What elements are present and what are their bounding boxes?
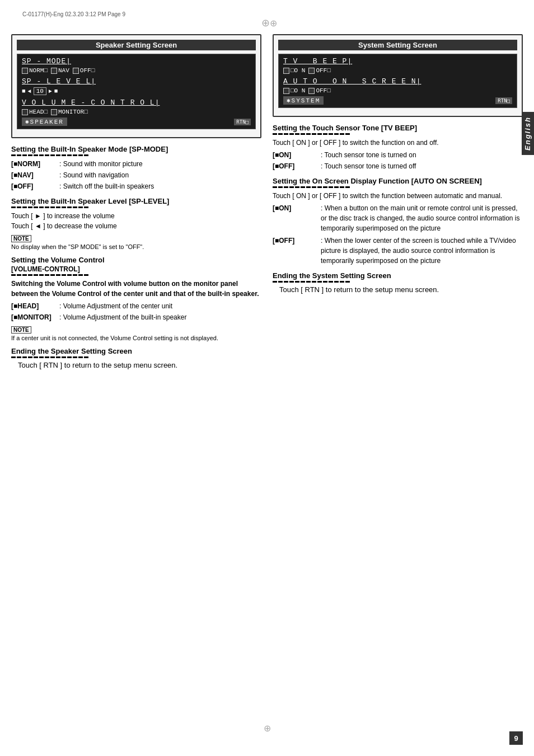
vol-head-option: HEAD□ (22, 109, 48, 115)
volume-control-heading: Setting the Volume Control (11, 256, 261, 264)
tv-off-item: [■OFF] : Touch sensor tone is turned off (273, 161, 523, 171)
ending-system-section: Ending the System Setting Screen Touch [… (273, 271, 523, 294)
auto-on-on-val: : When a button on the main unit or remo… (321, 203, 523, 233)
ending-speaker-dashes (11, 356, 261, 359)
sp-mode-nav-key: [■NAV] (11, 170, 56, 180)
auto-on-off-item: [■OFF] : When the lower center of the sc… (273, 236, 523, 266)
page-number: 9 (509, 731, 523, 745)
volume-control-dashes (11, 274, 261, 276)
level-arrow-left: ◄ (28, 88, 31, 95)
sp-mode-norm-val: : Sound with monitor picture (59, 159, 143, 169)
auto-on-screen-section: Setting the On Screen Display Function [… (273, 177, 523, 266)
sp-nav-option: NAV (51, 67, 69, 74)
system-screen-display: T V B E E P| □O N OFF□ A U T O O N S C R… (278, 54, 517, 108)
sp-level-heading: Setting the Built-In Speaker Level [SP-L… (11, 197, 261, 205)
sp-norm-option: NORM□ (22, 67, 48, 74)
crosshair-bottom: ⊕ (264, 723, 271, 734)
tv-on-val: : Touch sensor tone is turned on (321, 150, 416, 160)
speaker-section-title: Speaker Setting Screen (17, 40, 256, 50)
sp-mode-heading: Setting the Built-In Speaker Mode [SP-MO… (11, 145, 261, 153)
vol-monitor-checkbox (51, 109, 57, 115)
auto-on-options: □O N OFF□ (283, 87, 512, 94)
sp-off-option: OFF□ (73, 67, 95, 74)
vol-monitor-item: [■MONITOR] : Volume Adjustment of the bu… (11, 312, 261, 322)
sp-mode-nav-val: : Sound with navigation (59, 170, 129, 180)
sp-mode-norm-key: [■NORM] (11, 159, 56, 169)
tv-beep-dashes (273, 133, 523, 135)
vol-head-val: : Volume Adjustment of the center unit (59, 301, 172, 311)
tv-beep-body: Touch [ ON ] or [ OFF ] to switch the fu… (273, 138, 523, 171)
auto-off-checkbox (308, 88, 315, 94)
sp-level-label: SP - L E V E L| (22, 77, 251, 86)
auto-on-on-key: [■ON] (273, 203, 317, 213)
ending-system-body: Touch [ RTN ] to return to the setup men… (273, 285, 523, 294)
tv-on-option: □O N (283, 67, 305, 74)
auto-on-screen-label: A U T O O N S C R E E N| (283, 77, 512, 86)
ending-system-dashes (273, 281, 523, 283)
vol-note-text: If a center unit is not connected, the V… (11, 335, 261, 341)
sp-nav-checkbox (51, 68, 57, 74)
tv-on-item: [■ON] : Touch sensor tone is turned on (273, 150, 523, 160)
note-label-sp: NOTE (11, 235, 31, 242)
page-container: C-01177(H)-Eng 02.3.20 3:12 PM Page 9 ⊕ … (0, 0, 534, 756)
speaker-screen-display: SP - MODE| NORM□ NAV OFF□ SP - L E V (17, 54, 256, 129)
sp-norm-checkbox (22, 68, 28, 74)
auto-on-off-val: : When the lower center of the screen is… (321, 236, 523, 266)
sp-level-note-text: No display when the "SP MODE" is set to … (11, 243, 261, 250)
volume-control-section: Setting the Volume Control [VOLUME-CONTR… (11, 256, 261, 341)
auto-on-checkbox (283, 88, 289, 94)
sp-mode-section: Setting the Built-In Speaker Mode [SP-MO… (11, 145, 261, 191)
tv-beep-section: Setting the Touch Sensor Tone [TV BEEP] … (273, 124, 523, 171)
sp-mode-off-key: [■OFF] (11, 181, 56, 191)
auto-on-on-item: [■ON] : When a button on the main unit o… (273, 203, 523, 233)
sp-mode-norm-item: [■NORM] : Sound with monitor picture (11, 159, 261, 169)
tv-off-checkbox (308, 68, 315, 74)
note-label-vol: NOTE (11, 326, 31, 334)
system-rtn-btn[interactable]: RTN□ (495, 97, 512, 104)
vol-monitor-option: MONITOR□ (51, 109, 88, 115)
sp-level-body: Touch [ ► ] to increase the volume Touch… (11, 211, 261, 231)
system-section-title: System Setting Screen (278, 40, 517, 50)
ending-system-heading: Ending the System Setting Screen (273, 271, 523, 280)
tv-on-checkbox (283, 68, 289, 74)
vol-head-checkbox (22, 109, 28, 115)
sp-mode-nav-item: [■NAV] : Sound with navigation (11, 170, 261, 180)
auto-on-on-option: □O N (283, 87, 305, 94)
tv-off-val: : Touch sensor tone is turned off (321, 161, 416, 171)
volume-control-bold: Switching the Volume Control with volume… (11, 279, 261, 299)
tv-off-option: OFF□ (308, 67, 330, 74)
level-value: 10 (34, 87, 46, 95)
speaker-rtn-btn[interactable]: RTN□ (234, 119, 251, 125)
sp-mode-body: [■NORM] : Sound with monitor picture [■N… (11, 159, 261, 191)
auto-on-off-key: [■OFF] (273, 236, 317, 246)
speaker-setting-screen-box: Speaker Setting Screen SP - MODE| NORM□ … (11, 34, 261, 138)
tv-on-key: [■ON] (273, 150, 317, 160)
sp-off-checkbox (73, 68, 79, 74)
crosshair-top: ⊕ (261, 17, 273, 28)
sp-mode-options: NORM□ NAV OFF□ (22, 67, 251, 74)
system-setting-screen-box: System Setting Screen T V B E E P| □O N … (273, 34, 523, 117)
volume-control-label: V O L U M E - C O N T R O L| (22, 98, 251, 107)
vol-head-item: [■HEAD] : Volume Adjustment of the cente… (11, 301, 261, 311)
auto-on-dashes (273, 186, 523, 189)
system-bottom-label: ✱SYSTEM (283, 96, 324, 105)
speaker-screen-bottom: ✱SPEAKER RTN□ (22, 118, 251, 126)
vertical-english-label: English (522, 112, 534, 155)
volume-control-body: [■HEAD] : Volume Adjustment of the cente… (11, 301, 261, 322)
auto-on-intro: Touch [ ON ] or [ OFF ] to switch the fu… (273, 191, 523, 201)
ending-speaker-heading: Ending the Speaker Setting Screen (11, 347, 261, 355)
sp-mode-off-item: [■OFF] : Switch off the built-in speaker… (11, 181, 261, 191)
sp-mode-label: SP - MODE| (22, 57, 251, 65)
vol-note-box: NOTE If a center unit is not connected, … (11, 325, 261, 341)
volume-control-subheading: [VOLUME-CONTROL] (11, 265, 261, 273)
sp-level-display: ■ ◄ 10 ► ■ (22, 87, 251, 95)
speaker-bottom-label: ✱SPEAKER (22, 118, 67, 126)
sp-mode-off-val: : Switch off the built-in speakers (59, 181, 154, 191)
system-screen-bottom: ✱SYSTEM RTN□ (283, 96, 512, 105)
sp-level-section: Setting the Built-In Speaker Level [SP-L… (11, 197, 261, 250)
sp-level-line2: Touch [ ◄ ] to decrease the volume (11, 221, 261, 231)
right-column: System Setting Screen T V B E E P| □O N … (273, 34, 523, 375)
auto-on-body: Touch [ ON ] or [ OFF ] to switch the fu… (273, 191, 523, 266)
level-arrow-right: ► (49, 88, 52, 95)
auto-on-heading: Setting the On Screen Display Function [… (273, 177, 523, 185)
